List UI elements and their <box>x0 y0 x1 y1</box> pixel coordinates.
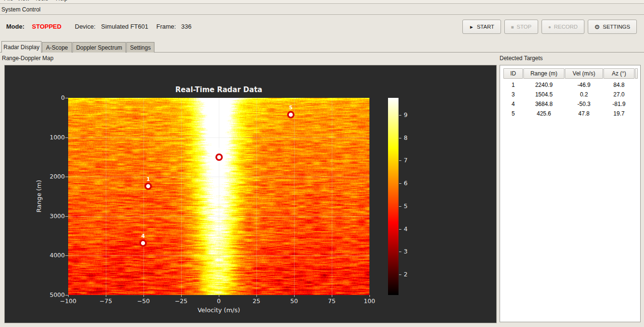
menu-item-tools[interactable]: Tools <box>35 0 48 2</box>
x-tick-label: −50 <box>132 297 155 305</box>
target-cell: 3 <box>503 90 523 99</box>
table-header-row: ID Range (m) Vel (m/s) Az (°) <box>503 68 638 79</box>
target-cell: 0.2 <box>565 90 603 99</box>
system-control-group-title: System Control <box>0 4 644 15</box>
target-row[interactable]: 5425.647.819.7 <box>503 109 638 118</box>
colorbar-tick-label: 8 <box>404 134 420 142</box>
x-tick-mark <box>256 295 257 297</box>
target-cell: 2240.9 <box>523 80 564 90</box>
colorbar-tick-mark <box>399 160 401 161</box>
x-tick-mark <box>68 295 69 297</box>
x-tick-mark <box>369 295 370 297</box>
device-label: Device: <box>75 23 95 31</box>
plot-title: Real-Time Radar Data <box>76 85 362 94</box>
tab-radar-display[interactable]: Radar Display <box>1 41 41 53</box>
tab-settings[interactable]: Settings <box>126 42 154 53</box>
y-tick-label: 2000 <box>36 173 65 180</box>
play-icon: ► <box>469 24 474 30</box>
settings-button-label: SETTINGS <box>603 24 630 30</box>
colorbar-tick-label: 9 <box>404 111 420 119</box>
y-tick-mark <box>65 177 68 177</box>
colorbar-tick-mark <box>399 274 401 275</box>
y-tick-mark <box>65 216 68 217</box>
tab-doppler-spectrum[interactable]: Doppler Spectrum <box>72 42 126 53</box>
stop-button-label: STOP <box>517 24 532 30</box>
colorbar-tick-label: 4 <box>404 225 420 233</box>
y-tick-mark <box>65 137 68 138</box>
target-row[interactable]: 12240.9-46.984.8 <box>503 80 638 90</box>
gear-icon: ⚙ <box>594 23 600 31</box>
x-tick-mark <box>219 295 219 297</box>
mode-label: Mode: <box>6 23 24 31</box>
colorbar-tick-label: 3 <box>404 248 420 255</box>
x-tick-label: 0 <box>207 297 231 305</box>
record-button-label: RECORD <box>554 24 578 30</box>
x-tick-label: −25 <box>169 297 193 305</box>
column-header-vel[interactable]: Vel (m/s) <box>565 68 603 79</box>
target-cell: 1504.5 <box>523 90 564 99</box>
target-cell: 27.0 <box>603 90 634 99</box>
settings-button[interactable]: ⚙ SETTINGS <box>588 20 637 34</box>
detected-targets-title: Detected Targets <box>500 53 543 63</box>
target-cell: 425.6 <box>523 109 564 118</box>
x-tick-label: 50 <box>282 297 306 305</box>
colorbar <box>388 98 399 295</box>
menu-bar: File View Tools Help <box>0 0 644 4</box>
target-cell: 1 <box>503 80 523 90</box>
target-cell-filler <box>635 99 638 109</box>
y-tick-label: 5000 <box>36 291 65 299</box>
y-tick-label: 0 <box>36 94 65 102</box>
target-row[interactable]: 31504.50.227.0 <box>503 90 638 99</box>
y-tick-label: 3000 <box>36 212 65 220</box>
x-tick-mark <box>143 295 144 297</box>
colorbar-tick-mark <box>399 115 401 116</box>
x-tick-mark <box>106 295 106 297</box>
tab-a-scope[interactable]: A-Scope <box>42 42 72 53</box>
y-tick-mark <box>65 98 68 98</box>
menu-item-help[interactable]: Help <box>56 0 68 2</box>
x-tick-mark <box>294 295 295 297</box>
device-value: Simulated FT601 <box>101 23 148 31</box>
x-tick-label: 25 <box>245 297 268 305</box>
column-header-filler <box>635 68 638 79</box>
start-button[interactable]: ► START <box>462 20 501 34</box>
x-tick-label: 100 <box>358 297 381 305</box>
column-header-az[interactable]: Az (°) <box>603 68 634 79</box>
target-cell-filler <box>635 90 638 99</box>
x-tick-label: 75 <box>320 297 344 305</box>
y-tick-mark <box>65 255 68 256</box>
x-tick-mark <box>181 295 182 297</box>
record-button[interactable]: ● RECORD <box>542 20 584 34</box>
y-tick-mark <box>65 295 68 295</box>
column-header-range[interactable]: Range (m) <box>523 68 564 79</box>
target-cell: -46.9 <box>565 80 603 90</box>
target-cell: 19.7 <box>603 109 634 118</box>
column-header-id[interactable]: ID <box>503 68 523 79</box>
target-cell: 4 <box>503 99 523 109</box>
start-button-label: START <box>477 24 494 30</box>
target-cell: -81.9 <box>603 99 634 109</box>
colorbar-tick-label: 2 <box>404 271 420 278</box>
colorbar-tick-label: 5 <box>404 202 420 210</box>
colorbar-tick-mark <box>399 138 401 138</box>
target-cell: 84.8 <box>603 80 634 90</box>
menu-item-view[interactable]: View <box>17 0 30 2</box>
target-cell-filler <box>635 80 638 90</box>
frame-value: 336 <box>181 23 192 31</box>
target-cell: 47.8 <box>565 109 603 118</box>
colorbar-tick-mark <box>399 183 401 184</box>
frame-label: Frame: <box>156 23 176 31</box>
x-tick-mark <box>332 295 332 297</box>
y-tick-label: 4000 <box>36 252 65 259</box>
stop-button[interactable]: ■ STOP <box>504 20 538 34</box>
stop-icon: ■ <box>511 24 514 30</box>
record-icon: ● <box>548 24 551 30</box>
target-cell: 5 <box>503 109 523 118</box>
colorbar-tick-mark <box>399 252 401 252</box>
mode-value: STOPPED <box>32 23 61 31</box>
menu-item-file[interactable]: File <box>4 0 13 2</box>
colorbar-tick-label: 7 <box>404 157 420 164</box>
range-doppler-plot-panel: Real-Time Radar Data Velocity (m/s) Rang… <box>4 65 497 323</box>
target-row[interactable]: 43684.8-50.3-81.9 <box>503 99 638 109</box>
control-buttons: ► START ■ STOP ● RECORD ⚙ SETTINGS <box>462 20 637 34</box>
